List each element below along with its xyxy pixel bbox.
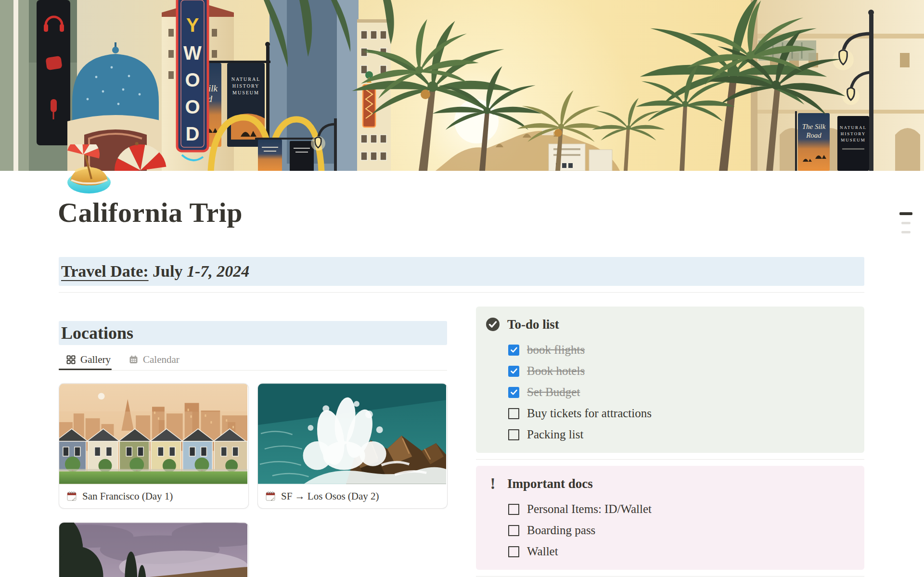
svg-text:MUSEUM: MUSEUM [232,90,259,95]
page-content: Travel Date: July 1-7, 2024 Locations [59,257,864,577]
checkbox[interactable] [508,429,519,440]
toc-dash [901,222,911,224]
check-item-label: Book hotels [527,364,585,378]
gallery-card-san-francisco[interactable]: San Francisco (Day 1) [59,383,249,509]
museum-banner-text: NATURAL [840,125,867,130]
san-francisco-photo [59,384,247,484]
checkbox[interactable] [508,525,519,536]
check-item-label: Buy tickets for attractions [527,407,652,420]
beach-with-umbrella-icon [64,144,115,195]
svg-text:HISTORY: HISTORY [841,131,866,136]
checkbox[interactable] [508,345,519,356]
toc-dash [901,231,911,233]
checkbox[interactable] [508,408,519,419]
card-caption: SF → Los Osos (Day 2) [258,484,447,508]
svg-text:O: O [185,96,200,117]
todo-callout: To-do list book flights Book hotels [476,307,864,453]
spiral-calendar-icon [265,491,276,501]
tab-calendar[interactable]: Calendar [129,354,180,366]
card-caption: San Francisco (Day 1) [59,484,248,508]
check-item: Packing list [508,424,853,445]
divider [59,292,864,293]
tabs-divider [59,370,447,371]
svg-text:O: O [185,69,200,90]
check-item-label: Set Budget [527,385,580,399]
check-item: book flights [508,339,853,360]
todo-heading: To-do list [507,317,559,332]
svg-text:NATURAL: NATURAL [231,77,261,82]
svg-text:D: D [186,123,200,144]
active-tab-indicator [59,369,112,370]
check-item-label: Packing list [527,428,583,441]
divider [476,576,864,577]
notion-page: The Silk Road NATURAL HISTORY MUSEUM [0,0,924,577]
check-item: Buy tickets for attractions [508,403,853,424]
check-item: Wallet [508,541,853,562]
locations-heading[interactable]: Locations [59,321,447,345]
important-docs-header: ! Important docs [486,475,853,492]
table-of-contents-indicator[interactable] [899,212,912,233]
svg-text:Road: Road [806,131,821,139]
view-tabs: Gallery [59,352,447,367]
checkbox[interactable] [508,366,519,377]
todo-list-items: book flights Book hotels Set Budget [508,339,853,445]
divider [476,459,864,460]
toc-dash [899,212,912,215]
todo-header: To-do list [486,316,853,333]
theater-sign-letter: Y [186,14,199,36]
check-item: Boarding pass [508,520,853,541]
check-item: Personal Items: ID/Wallet [508,499,853,520]
ocean-waves-photo [258,384,446,484]
check-item-label: Boarding pass [527,524,595,537]
gallery-card-hollywood[interactable]: HOLLYWOOD [59,522,249,577]
two-column-layout: Locations [59,297,864,577]
check-item-label: Personal Items: ID/Wallet [527,502,652,516]
calendar-icon [129,355,138,364]
gallery-grid: San Francisco (Day 1) [59,383,447,577]
svg-text:W: W [183,42,202,64]
svg-text:HISTORY: HISTORY [232,83,260,89]
right-column: To-do list book flights Book hotels [476,297,864,577]
cover-art: The Silk Road NATURAL HISTORY MUSEUM [0,0,924,171]
check-item: Set Budget [508,382,853,403]
svg-text:MUSEUM: MUSEUM [841,138,866,142]
gallery-grid-icon [66,355,76,364]
checkbox[interactable] [508,387,519,398]
check-circle-icon [486,317,500,332]
travel-date-highlight[interactable]: Travel Date: July 1-7, 2024 [59,257,864,286]
page-icon-beach-umbrella[interactable] [64,144,115,195]
cover-image: The Silk Road NATURAL HISTORY MUSEUM [0,0,924,171]
tab-label: Calendar [143,354,180,366]
silk-road-banner-text: The Silk [802,123,826,130]
hollywood-sign-photo: HOLLYWOOD [59,523,247,577]
check-item: Book hotels [508,360,853,382]
checkbox[interactable] [508,546,519,557]
tab-gallery[interactable]: Gallery [66,354,111,366]
card-title: SF → Los Osos (Day 2) [281,490,379,502]
page-title[interactable]: California Trip [58,196,243,229]
left-column: Locations [59,297,447,577]
travel-date-month: July [149,262,187,281]
gallery-card-sf-los-osos[interactable]: SF → Los Osos (Day 2) [257,383,448,509]
check-item-label: book flights [527,343,585,357]
spiral-calendar-icon [66,491,77,501]
tab-label: Gallery [80,354,111,366]
travel-date-label: Travel Date: [61,262,149,281]
important-docs-heading: Important docs [507,476,593,491]
checkbox[interactable] [508,504,519,515]
travel-date-range: 1-7, 2024 [187,262,249,281]
exclamation-icon: ! [486,476,500,491]
important-docs-items: Personal Items: ID/Wallet Boarding pass … [508,499,853,562]
important-docs-callout: ! Important docs Personal Items: ID/Wall… [476,466,864,570]
check-item-label: Wallet [527,545,558,558]
card-title: San Francisco (Day 1) [82,490,173,502]
